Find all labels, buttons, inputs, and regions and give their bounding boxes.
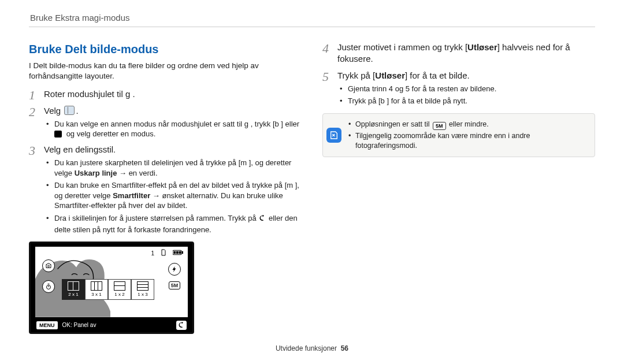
s3b1-bold: Uskarp linje [75,169,117,177]
layout-1x2[interactable]: 1 x 2 [108,279,131,300]
page-number: 56 [341,344,348,352]
footer-text: Utvidede funksjoner [276,344,337,352]
layout-2x1-label: 2 x 1 [68,292,78,298]
mode-chip-icon [54,131,62,138]
svg-point-6 [48,265,50,267]
step-2-post: . [76,106,78,116]
layout-1x2-icon [114,281,125,291]
layout-1x2-label: 1 x 2 [114,292,124,298]
step-5-sub-2: Trykk på [b ] for å ta et bilde på nytt. [340,96,595,106]
note-2: Tilgjengelig zoomområde kan være mindre … [348,131,589,151]
s4-pre: Juster motivet i rammen og trykk [ [337,42,467,52]
layout-row: 2 x 1 3 x 1 1 x 2 1 x 3 [62,279,154,300]
right-column: Juster motivet i rammen og trykk [Utløse… [322,42,595,334]
step-2: Velg . Du kan velge en annen modus når m… [29,105,302,139]
resolution-chip: 5M [169,281,181,289]
s4-bold: Utløser [467,42,497,52]
layout-2x1[interactable]: 2 x 1 [62,279,85,300]
redo-button[interactable] [176,321,187,330]
svg-rect-2 [182,251,183,254]
note-box: Oppløsningen er satt til 5M eller mindre… [322,113,595,157]
s3b2-bold: Smartfilter [113,191,150,200]
camera-viewport: 1 [35,247,188,317]
layout-1x3-label: 1 x 3 [138,292,147,298]
camera-left-icons [42,259,55,293]
step-3-text: Velg en delingsstil. [44,144,116,154]
step-3-sub: Du kan justere skarpheten til delelinjen… [46,158,302,235]
steps-left: Roter modushjulet til g . Velg . Du kan … [29,88,302,235]
sd-icon [159,249,168,258]
page: Bruke Ekstra magi-modus Bruke Delt bilde… [0,0,624,364]
step-5: Trykk på [Utløser] for å ta et bilde. Gj… [322,70,595,106]
s5-bold: Utløser [375,70,405,80]
note1-chip: 5M [433,122,446,130]
svg-rect-5 [179,251,181,254]
note-icon [326,128,341,143]
shot-count: 1 [150,250,155,258]
menu-button[interactable]: MENU [36,321,58,329]
camera-bottombar: MENU OK: Panel av [31,318,192,332]
step-5-sub: Gjenta trinn 4 og 5 for å ta resten av b… [340,84,595,106]
step-2-sub: Du kan velge en annen modus når modushju… [46,119,302,139]
step-3: Velg en delingsstil. Du kan justere skar… [29,144,302,235]
left-column: Bruke Delt bilde-modus I Delt bilde-modu… [29,42,302,334]
layout-3x1-icon [91,281,102,291]
layout-3x1[interactable]: 3 x 1 [85,279,108,300]
step2-sub-post: og velg deretter en modus. [66,129,156,138]
camera-illustration: 1 [29,242,194,334]
step-2-pre: Velg [44,106,63,116]
s5-pre: Trykk på [ [337,70,375,80]
step-4: Juster motivet i rammen og trykk [Utløse… [322,42,595,65]
note-1: Oppløsningen er satt til 5M eller mindre… [348,120,589,130]
layout-1x3[interactable]: 1 x 3 [131,279,154,300]
s3b3-pre: Dra i skillelinjen for å justere størrel… [54,214,258,222]
page-header: Bruke Ekstra magi-modus [30,13,130,23]
header-rule [29,27,595,27]
camera-statusbar: 1 [150,249,184,258]
step-3-sub-1: Du kan justere skarpheten til delelinjen… [46,158,302,178]
redo-icon [258,214,266,225]
camera-right-icons: 5M [168,263,181,289]
svg-rect-4 [176,251,179,254]
step-3-sub-2: Du kan bruke en Smartfilter-effekt på en… [46,180,302,211]
bottombar-text: OK: Panel av [62,321,96,329]
layout-1x3-icon [137,281,148,291]
note1-post: eller mindre. [447,120,489,128]
svg-rect-3 [174,251,176,254]
s3b1-post: → en verdi. [117,169,157,177]
step2-sub-pre: Du kan velge en annen modus når modushju… [54,120,299,128]
step-5-sub-1: Gjenta trinn 4 og 5 for å ta resten av b… [340,84,595,94]
layout-2x1-icon [68,281,79,291]
steps-right: Juster motivet i rammen og trykk [Utløse… [322,42,595,106]
s5-post: ] for å ta et bilde. [405,70,470,80]
split-mode-icon [64,106,75,115]
content-columns: Bruke Delt bilde-modus I Delt bilde-modu… [29,42,595,334]
section-intro: I Delt bilde-modus kan du ta flere bilde… [29,61,302,81]
stopwatch-icon [42,280,55,293]
layout-3x1-label: 3 x 1 [91,292,101,298]
page-footer: Utvidede funksjoner 56 [0,344,624,352]
camera-icon [42,259,55,272]
section-title: Bruke Delt bilde-modus [29,42,302,57]
step-2-sub-1: Du kan velge en annen modus når modushju… [46,119,302,139]
step-3-sub-3: Dra i skillelinjen for å justere størrel… [46,213,302,235]
note1-pre: Oppløsningen er satt til [355,120,432,128]
step-1: Roter modushjulet til g . [29,88,302,100]
flash-icon [168,263,181,276]
battery-icon [172,250,184,258]
